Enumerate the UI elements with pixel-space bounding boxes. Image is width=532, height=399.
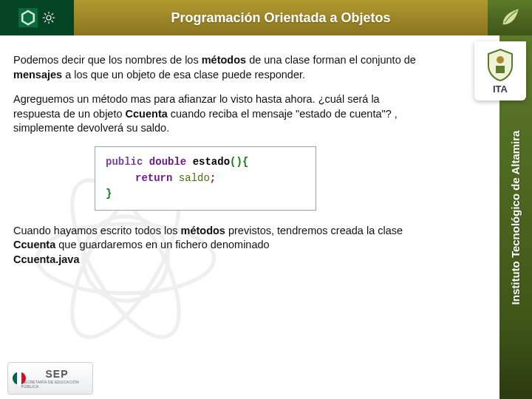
page-header: Programación Orientada a Objetos	[0, 0, 532, 35]
mexico-flag-icon	[13, 372, 26, 385]
page-title: Programación Orientada a Objetos	[74, 10, 488, 26]
svg-line-12	[44, 13, 46, 15]
gear-icon	[42, 11, 55, 24]
paragraph-2: Agreguemos un método mas para afianzar l…	[13, 92, 427, 136]
svg-point-16	[497, 56, 504, 64]
code-method-name: estado	[193, 156, 230, 168]
ita-badge-label: ITA	[493, 83, 508, 95]
svg-rect-17	[496, 66, 505, 73]
header-left-logo-block	[0, 0, 74, 35]
tecnologicos-logo-icon	[18, 8, 38, 27]
sep-logo-text: SEP	[45, 368, 68, 380]
leaf-icon	[499, 7, 520, 28]
paragraph-1: Podemos decir que los nombres de los mét…	[13, 53, 427, 82]
paragraph-3: Cuando hayamos escrito todos los métodos…	[13, 224, 427, 267]
shield-icon	[485, 48, 515, 82]
sep-logo-subtext: SECRETARÍA DE EDUCACIÓN PÚBLICA	[21, 380, 92, 389]
svg-line-13	[52, 21, 53, 22]
code-snippet: public double estado(){ return saldo; }	[95, 146, 316, 211]
code-type-double: double	[149, 156, 186, 168]
code-variable-saldo: saldo	[179, 172, 210, 184]
code-brace-close: }	[106, 188, 112, 200]
code-keyword-return: return	[135, 172, 172, 184]
svg-line-15	[44, 21, 46, 22]
code-brace-open: {	[242, 156, 248, 168]
header-right-block	[488, 0, 532, 35]
slide-content: Podemos decir que los nombres de los mét…	[13, 53, 488, 346]
institution-label: Instituto Tecnológico de Altamira	[510, 130, 522, 304]
code-semicolon: ;	[210, 172, 216, 184]
svg-point-7	[47, 16, 51, 20]
code-keyword-public: public	[106, 156, 143, 168]
footer: SEP SECRETARÍA DE EDUCACIÓN PÚBLICA	[0, 358, 93, 399]
svg-line-14	[52, 13, 53, 15]
code-parens: ()	[230, 156, 242, 168]
sep-logo: SEP SECRETARÍA DE EDUCACIÓN PÚBLICA	[7, 362, 93, 395]
